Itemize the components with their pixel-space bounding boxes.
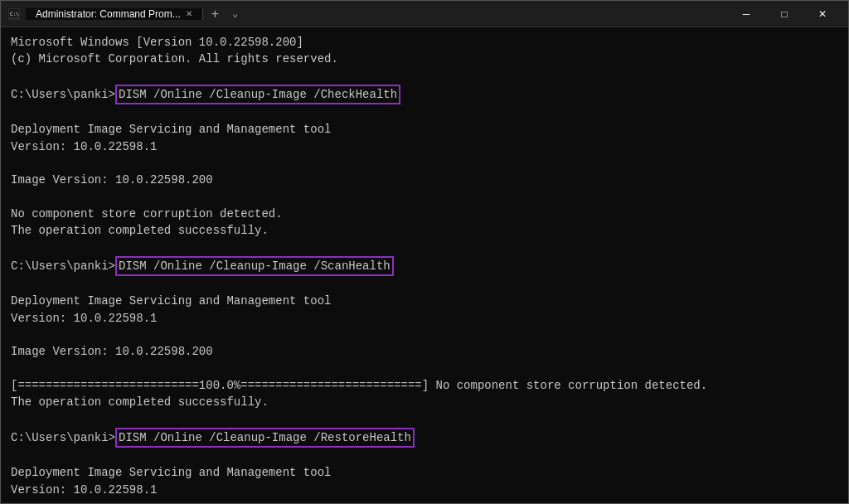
command-text: DISM /Online /Cleanup-Image /CheckHealth (115, 85, 400, 104)
empty-line (11, 411, 838, 428)
command-text: DISM /Online /Cleanup-Image /RestoreHeal… (115, 428, 415, 448)
terminal-line: Version: 10.0.22598.1 (11, 482, 838, 498)
terminal-line: The operation completed successfully. (11, 222, 838, 239)
terminal-line: The operation completed successfully. (11, 394, 838, 410)
prompt-text: C:\Users\panki> (11, 258, 115, 274)
window-controls: ─ □ ✕ (727, 1, 842, 27)
title-bar: C:\ Administrator: Command Prom... ✕ + ⌄… (1, 1, 848, 27)
maximize-button[interactable]: □ (765, 1, 803, 27)
terminal-line: Version: 10.0.22598.1 (11, 310, 838, 327)
terminal-line: Image Version: 10.0.22598.200 (11, 343, 838, 360)
terminal-line: Version: 10.0.22598.1 (11, 138, 838, 155)
tab-close-button[interactable]: ✕ (186, 9, 192, 18)
terminal-body[interactable]: Microsoft Windows [Version 10.0.22598.20… (1, 27, 848, 503)
prompt-text: C:\Users\panki> (11, 429, 115, 446)
terminal-line: Deployment Image Servicing and Managemen… (11, 464, 838, 481)
terminal-line: (c) Microsoft Corporation. All rights re… (11, 51, 838, 67)
terminal-icon: C:\ (7, 7, 21, 21)
empty-line (11, 276, 838, 293)
command-line: C:\Users\panki>DISM /Online /Cleanup-Ima… (11, 85, 838, 104)
terminal-line: No component store corruption detected. (11, 206, 838, 222)
empty-line (11, 240, 838, 256)
svg-text:C:\: C:\ (10, 11, 19, 17)
empty-line (11, 155, 838, 172)
terminal-window: C:\ Administrator: Command Prom... ✕ + ⌄… (0, 0, 849, 504)
minimize-button[interactable]: ─ (727, 1, 765, 27)
terminal-line: Deployment Image Servicing and Managemen… (11, 121, 838, 138)
command-text: DISM /Online /Cleanup-Image /ScanHealth (115, 256, 394, 276)
command-line: C:\Users\panki>DISM /Online /Cleanup-Ima… (11, 428, 838, 448)
empty-line (11, 327, 838, 343)
empty-line (11, 68, 838, 85)
terminal-line: Microsoft Windows [Version 10.0.22598.20… (11, 34, 838, 51)
title-bar-left: C:\ Administrator: Command Prom... ✕ + ⌄ (7, 7, 727, 22)
empty-line (11, 104, 838, 121)
empty-line (11, 361, 838, 377)
command-line: C:\Users\panki>DISM /Online /Cleanup-Ima… (11, 256, 838, 276)
tab-label: Administrator: Command Prom... (36, 8, 181, 20)
empty-line (11, 498, 838, 503)
title-bar-tabs: Administrator: Command Prom... ✕ + ⌄ (26, 7, 243, 22)
prompt-text: C:\Users\panki> (11, 86, 115, 103)
terminal-line: Deployment Image Servicing and Managemen… (11, 293, 838, 309)
empty-line (11, 189, 838, 206)
terminal-line: Image Version: 10.0.22598.200 (11, 172, 838, 188)
add-tab-button[interactable]: + (203, 7, 227, 22)
active-tab[interactable]: Administrator: Command Prom... ✕ (26, 8, 203, 20)
close-button[interactable]: ✕ (803, 1, 842, 27)
terminal-line: [==========================100.0%=======… (11, 377, 838, 394)
empty-line (11, 448, 838, 464)
tab-nav-button[interactable]: ⌄ (227, 7, 243, 20)
